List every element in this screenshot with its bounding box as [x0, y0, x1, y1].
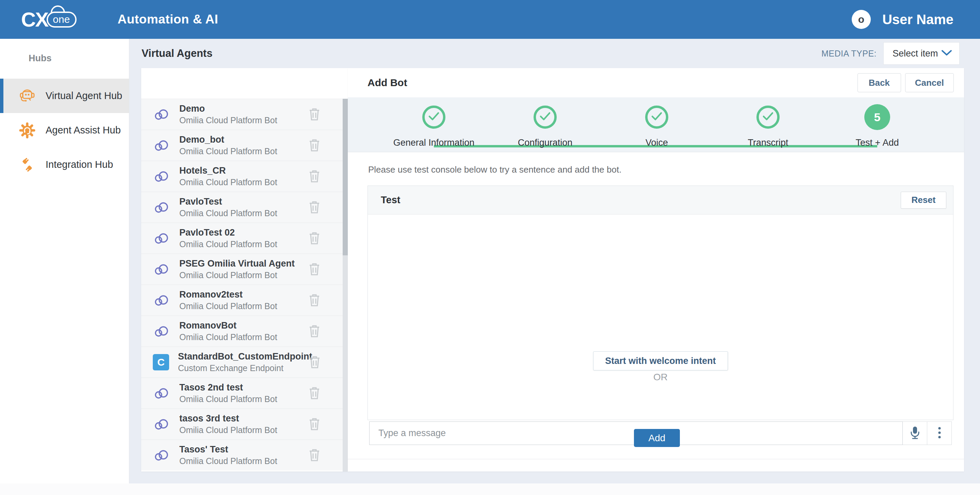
gear-headset-icon — [18, 121, 37, 140]
step-done-circle — [756, 105, 780, 129]
omilia-cloud-icon — [153, 138, 170, 152]
bot-list-panel: DemoOmilia Cloud Platform Bot Demo_botOm… — [141, 68, 348, 471]
more-options-button[interactable] — [927, 422, 952, 445]
plugs-icon — [18, 155, 37, 174]
logo-one-cloud: one — [47, 11, 76, 27]
user-avatar[interactable]: o — [852, 10, 871, 29]
media-type-select[interactable]: Select item — [883, 42, 959, 65]
bot-type: Omilia Cloud Platform Bot — [179, 209, 277, 218]
add-button[interactable]: Add — [634, 429, 680, 447]
reset-button[interactable]: Reset — [901, 192, 946, 209]
omilia-cloud-icon — [153, 387, 170, 400]
sidebar-item-label: Virtual Agent Hub — [46, 90, 122, 102]
page-bottom-strip — [0, 484, 980, 495]
bot-type: Omilia Cloud Platform Bot — [179, 239, 277, 249]
sidebar-item-agent-assist-hub[interactable]: Agent Assist Hub — [0, 113, 129, 147]
delete-bot-button[interactable] — [308, 199, 321, 215]
step-configuration[interactable]: Configuration — [491, 105, 600, 148]
sidebar-item-integration-hub[interactable]: Integration Hub — [0, 147, 129, 182]
step-label: General Information — [379, 137, 488, 148]
delete-bot-button[interactable] — [308, 137, 321, 153]
bot-list-item[interactable]: DemoOmilia Cloud Platform Bot — [141, 99, 348, 130]
bot-list: DemoOmilia Cloud Platform Bot Demo_botOm… — [141, 99, 348, 471]
bot-list-item[interactable]: Romanov2testOmilia Cloud Platform Bot — [141, 285, 348, 315]
step-done-circle — [422, 105, 445, 129]
step-voice[interactable]: Voice — [602, 105, 711, 148]
page-title: Virtual Agents — [142, 47, 212, 60]
bot-type: Omilia Cloud Platform Bot — [179, 115, 277, 125]
user-menu[interactable]: o User Name — [852, 10, 953, 29]
microphone-icon — [910, 426, 920, 441]
list-scrollbar[interactable] — [343, 99, 348, 471]
bot-type: Omilia Cloud Platform Bot — [179, 146, 277, 156]
bot-name: Demo — [179, 103, 205, 114]
robot-headset-icon — [18, 86, 37, 105]
panel-footer-divider — [348, 459, 964, 459]
test-console: Test Reset Start with welcome intent OR — [368, 186, 953, 420]
bot-list-item[interactable]: C StandardBot_CustomEndpointCustom Excha… — [141, 347, 348, 377]
delete-bot-button[interactable] — [308, 293, 321, 308]
step-done-circle — [645, 105, 668, 129]
omilia-cloud-icon — [153, 325, 170, 338]
delete-bot-button[interactable] — [308, 447, 321, 463]
delete-bot-button[interactable] — [308, 261, 321, 277]
bot-list-item[interactable]: Tasos 2nd testOmilia Cloud Platform Bot — [141, 377, 348, 409]
bot-list-item[interactable]: PavloTest 02Omilia Cloud Platform Bot — [141, 223, 348, 254]
omilia-cloud-icon — [153, 448, 170, 462]
omilia-cloud-icon — [153, 201, 170, 214]
bot-type: Omilia Cloud Platform Bot — [179, 301, 277, 311]
bot-list-item[interactable]: PavloTestOmilia Cloud Platform Bot — [141, 192, 348, 223]
delete-bot-button[interactable] — [308, 354, 321, 370]
kebab-menu-icon — [938, 427, 941, 440]
step-transcript[interactable]: Transcript — [714, 105, 822, 148]
delete-bot-button[interactable] — [308, 107, 321, 122]
media-type-label: MEDIA TYPE: — [821, 49, 877, 59]
test-console-title: Test — [381, 194, 400, 205]
sidebar-item-virtual-agent-hub[interactable]: Virtual Agent Hub — [0, 79, 129, 113]
step-test-add[interactable]: 5 Test + Add — [823, 104, 932, 148]
chevron-down-icon — [941, 49, 953, 58]
cancel-button[interactable]: Cancel — [905, 73, 954, 92]
delete-bot-button[interactable] — [308, 169, 321, 184]
bot-type: Omilia Cloud Platform Bot — [179, 425, 277, 435]
bot-name: Romanov2test — [179, 290, 243, 299]
check-icon — [762, 111, 774, 123]
check-icon — [651, 111, 662, 123]
list-scrollbar-thumb[interactable] — [343, 99, 348, 255]
start-welcome-intent-button[interactable]: Start with welcome intent — [593, 351, 728, 371]
check-icon — [428, 111, 440, 123]
media-type-value: Select item — [892, 48, 938, 59]
bot-list-item[interactable]: Hotels_CROmilia Cloud Platform Bot — [141, 161, 348, 192]
step-label: Transcript — [714, 137, 822, 148]
bot-name: PavloTest — [179, 196, 222, 207]
omilia-cloud-icon — [153, 263, 170, 276]
bot-type: Omilia Cloud Platform Bot — [179, 177, 277, 187]
bot-list-item[interactable]: Tasos' TestOmilia Cloud Platform Bot — [141, 439, 348, 471]
bot-name: Demo_bot — [179, 134, 224, 145]
bot-name: Tasos 2nd test — [179, 382, 243, 393]
delete-bot-button[interactable] — [308, 323, 321, 339]
bot-list-item[interactable]: RomanovBotOmilia Cloud Platform Bot — [141, 315, 348, 347]
delete-bot-button[interactable] — [308, 416, 321, 432]
bot-list-item[interactable]: PSEG Omilia Virtual AgentOmilia Cloud Pl… — [141, 254, 348, 285]
page-title-bar: Virtual Agents MEDIA TYPE: Select item — [129, 39, 980, 68]
delete-bot-button[interactable] — [308, 231, 321, 246]
bot-name: RomanovBot — [179, 320, 237, 331]
test-instruction-text: Please use test console below to try a s… — [368, 164, 621, 175]
sidebar-item-label: Agent Assist Hub — [46, 124, 121, 136]
omilia-cloud-icon — [153, 231, 170, 245]
check-icon — [539, 111, 551, 123]
delete-bot-button[interactable] — [308, 385, 321, 401]
bot-list-item[interactable]: Demo_botOmilia Cloud Platform Bot — [141, 130, 348, 161]
add-bot-panel: Add Bot Back Cancel General Information … — [348, 68, 964, 471]
bot-list-item[interactable]: tasos 3rd testOmilia Cloud Platform Bot — [141, 409, 348, 439]
microphone-button[interactable] — [903, 422, 927, 445]
omilia-cloud-icon — [153, 417, 170, 431]
step-done-circle — [533, 105, 557, 129]
bot-name: tasos 3rd test — [179, 413, 239, 423]
step-label: Configuration — [491, 137, 600, 148]
bot-type: Omilia Cloud Platform Bot — [179, 332, 277, 342]
step-general-information[interactable]: General Information — [379, 105, 488, 148]
bot-name: PSEG Omilia Virtual Agent — [179, 258, 295, 269]
back-button[interactable]: Back — [858, 73, 901, 92]
